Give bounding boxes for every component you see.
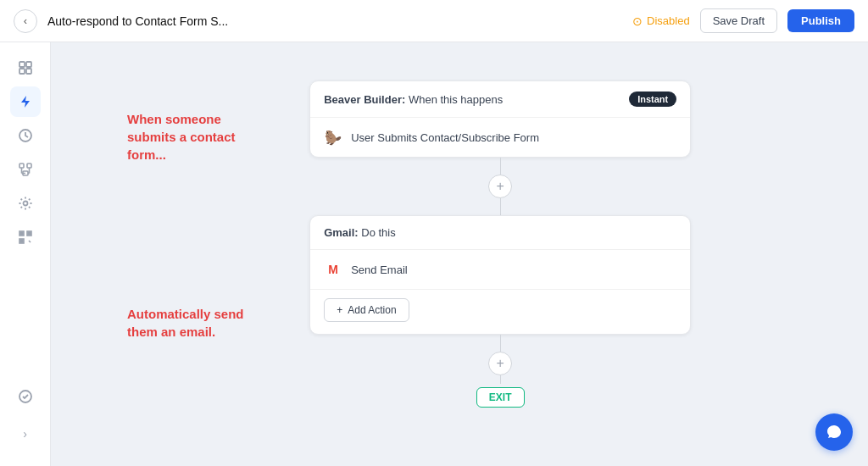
publish-button[interactable]: Publish: [787, 9, 854, 32]
trigger-node-header: Beaver Builder: When this happens Instan…: [310, 81, 690, 118]
action-label: Send Email: [351, 264, 407, 276]
sidebar-item-clock[interactable]: [10, 120, 41, 151]
connector-1: +: [488, 158, 512, 215]
svg-rect-15: [20, 232, 23, 235]
action-node-row[interactable]: M Send Email: [310, 250, 690, 289]
add-step-button-1[interactable]: +: [488, 175, 512, 198]
workflow-title: Auto-respond to Contact Form S...: [47, 14, 622, 28]
add-action-row: + Add Action: [310, 289, 690, 334]
instant-badge: Instant: [629, 92, 676, 107]
gmail-icon: M: [324, 260, 342, 279]
trigger-node-title: Beaver Builder: When this happens: [324, 93, 503, 106]
sidebar-item-nodes[interactable]: [10, 154, 41, 185]
save-draft-button[interactable]: Save Draft: [700, 8, 777, 33]
svg-rect-17: [28, 232, 31, 235]
sidebar-item-qr[interactable]: [10, 222, 41, 252]
svg-point-13: [23, 202, 27, 206]
sidebar: ›: [0, 42, 51, 466]
connector-line-top: [500, 158, 501, 175]
canvas: When someone submits a contact form... A…: [51, 42, 868, 466]
action-node[interactable]: Gmail: Do this M Send Email + Add Action: [309, 215, 691, 335]
trigger-action-label: User Submits Contact/Subscribe Form: [351, 131, 539, 144]
sidebar-item-grid[interactable]: [10, 53, 41, 83]
action-node-title: Gmail: Do this: [324, 226, 396, 239]
svg-line-24: [29, 241, 31, 242]
sidebar-item-settings[interactable]: [10, 188, 41, 219]
status-label: Disabled: [647, 14, 690, 27]
status-dot-icon: ⊙: [632, 14, 643, 28]
svg-rect-6: [19, 164, 24, 168]
annotation-top: When someone submits a contact form...: [127, 110, 263, 164]
plus-icon: +: [337, 304, 342, 316]
svg-rect-2: [19, 69, 25, 74]
add-action-button[interactable]: + Add Action: [324, 298, 409, 322]
connector-line-bottom: [500, 198, 501, 215]
sidebar-item-zap[interactable]: [10, 86, 41, 117]
header: ‹ Auto-respond to Contact Form S... ⊙ Di…: [0, 0, 868, 42]
trigger-node-action-row[interactable]: 🦫 User Submits Contact/Subscribe Form: [310, 118, 690, 157]
svg-rect-0: [19, 62, 25, 67]
svg-rect-7: [27, 164, 31, 168]
sidebar-item-check[interactable]: [10, 381, 41, 412]
annotation-bottom: Automatically send them an email.: [127, 305, 263, 341]
connector-line-2-bottom: [500, 375, 501, 384]
beaver-builder-icon: 🦫: [324, 128, 342, 147]
connector-2: +: [488, 335, 512, 384]
svg-rect-3: [26, 69, 31, 74]
status-indicator: ⊙ Disabled: [632, 14, 690, 28]
svg-rect-19: [20, 240, 23, 242]
svg-rect-1: [26, 62, 31, 67]
action-node-header: Gmail: Do this: [310, 216, 690, 250]
chat-fab[interactable]: [815, 413, 853, 451]
sidebar-bottom: ›: [10, 381, 41, 449]
main-layout: › When someone submits a contact form...…: [0, 42, 868, 466]
connector-line-2-top: [500, 335, 501, 352]
svg-marker-4: [21, 96, 30, 108]
trigger-node[interactable]: Beaver Builder: When this happens Instan…: [309, 80, 691, 158]
exit-badge: EXIT: [476, 387, 525, 408]
chevron-left-icon: ‹: [24, 14, 27, 27]
add-step-button-2[interactable]: +: [488, 352, 512, 375]
workflow-container: Beaver Builder: When this happens Instan…: [309, 80, 691, 408]
back-button[interactable]: ‹: [14, 9, 37, 33]
sidebar-collapse-button[interactable]: ›: [10, 419, 41, 449]
